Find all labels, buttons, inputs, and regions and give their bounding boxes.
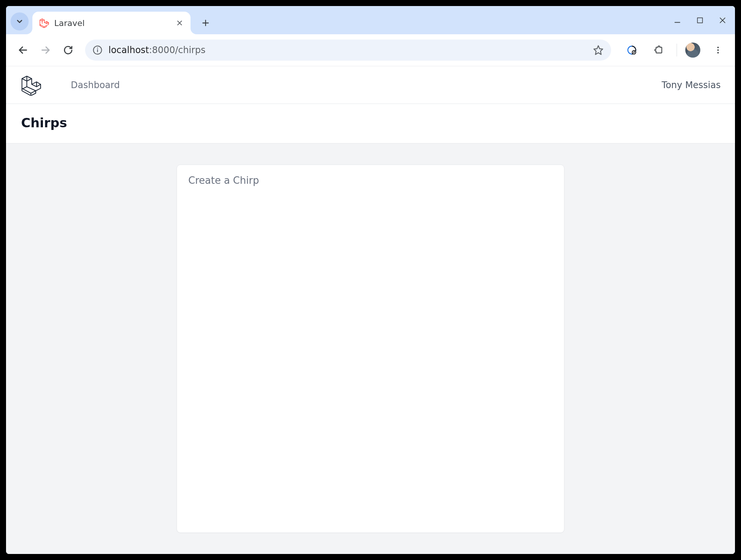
url-path: :8000/chirps xyxy=(149,45,206,55)
create-chirp-link[interactable]: Create a Chirp xyxy=(188,175,259,186)
svg-point-18 xyxy=(717,49,719,51)
minimize-icon xyxy=(673,16,682,24)
laravel-logo-icon xyxy=(20,75,41,96)
page-body: Create a Chirp xyxy=(6,143,735,554)
page-header: Chirps xyxy=(6,104,735,143)
app-viewport: Dashboard Tony Messias Chirps Create a C… xyxy=(6,66,735,554)
app-logo[interactable] xyxy=(20,75,41,96)
close-icon xyxy=(176,20,183,26)
svg-rect-5 xyxy=(697,18,702,23)
tab-search-dropdown[interactable] xyxy=(11,12,29,31)
svg-rect-16 xyxy=(633,52,635,53)
reload-icon xyxy=(63,45,73,55)
toolbar-divider xyxy=(677,44,677,56)
page-title: Chirps xyxy=(21,115,720,130)
app-navbar: Dashboard Tony Messias xyxy=(6,66,735,104)
tab-strip: Laravel xyxy=(6,6,735,34)
devtools-icon xyxy=(627,45,637,55)
forward-button[interactable] xyxy=(36,41,55,60)
close-window-button[interactable] xyxy=(718,15,727,25)
new-tab-button[interactable] xyxy=(197,15,214,31)
browser-window: Laravel xyxy=(0,0,741,560)
url-host: localhost xyxy=(108,45,149,55)
arrow-right-icon xyxy=(40,45,51,55)
star-icon xyxy=(593,45,604,55)
nav-user-menu[interactable]: Tony Messias xyxy=(662,80,721,90)
browser-tab[interactable]: Laravel xyxy=(32,12,191,34)
address-bar[interactable]: localhost:8000/chirps xyxy=(85,40,611,61)
svg-point-12 xyxy=(97,47,98,49)
window-controls xyxy=(672,6,727,34)
extensions-button[interactable] xyxy=(650,41,668,60)
minimize-button[interactable] xyxy=(672,15,682,25)
svg-marker-13 xyxy=(594,46,602,54)
tab-close-button[interactable] xyxy=(176,20,183,26)
tab-title: Laravel xyxy=(54,18,171,28)
url-text: localhost:8000/chirps xyxy=(108,45,206,55)
reload-button[interactable] xyxy=(59,41,78,60)
maximize-button[interactable] xyxy=(695,15,705,25)
laravel-favicon-icon xyxy=(39,18,49,28)
close-icon xyxy=(718,16,727,24)
puzzle-icon xyxy=(654,45,664,55)
arrow-left-icon xyxy=(18,45,28,55)
profile-avatar[interactable] xyxy=(685,43,700,58)
bookmark-button[interactable] xyxy=(593,45,604,55)
chevron-down-icon xyxy=(15,17,24,26)
back-button[interactable] xyxy=(14,41,32,60)
kebab-menu-icon xyxy=(714,46,723,55)
devtools-button[interactable] xyxy=(622,41,641,60)
maximize-icon xyxy=(696,17,704,24)
nav-dashboard-link[interactable]: Dashboard xyxy=(71,80,120,90)
browser-toolbar: localhost:8000/chirps xyxy=(6,34,735,66)
chrome-menu-button[interactable] xyxy=(709,41,727,60)
nav-user-name: Tony Messias xyxy=(662,80,721,90)
chirps-panel: Create a Chirp xyxy=(177,165,564,533)
info-icon xyxy=(93,45,102,55)
svg-point-17 xyxy=(717,47,719,48)
plus-icon xyxy=(201,19,210,27)
site-info-button[interactable] xyxy=(93,45,102,55)
toolbar-right xyxy=(622,41,727,60)
svg-point-19 xyxy=(717,52,719,53)
